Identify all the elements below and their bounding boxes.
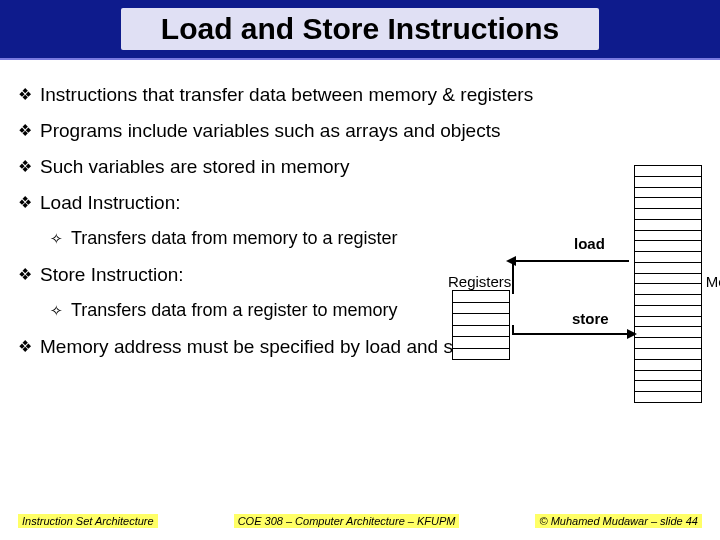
bullet-text: Instructions that transfer data between … xyxy=(40,84,533,106)
diamond-icon: ❖ xyxy=(18,120,32,142)
bullet-item: ❖ Programs include variables such as arr… xyxy=(18,120,702,142)
register-stack xyxy=(452,290,510,360)
registers-label: Registers xyxy=(448,273,511,290)
page-title: Load and Store Instructions xyxy=(121,8,599,50)
bullet-text: Such variables are stored in memory xyxy=(40,156,349,178)
diamond-icon: ❖ xyxy=(18,156,32,178)
load-arrow-icon xyxy=(514,260,629,262)
memory-register-diagram: load store Registers Memory xyxy=(452,165,702,405)
bullet-item: ❖ Instructions that transfer data betwee… xyxy=(18,84,702,106)
bullet-text: Programs include variables such as array… xyxy=(40,120,500,142)
load-label: load xyxy=(574,235,605,252)
footer: Instruction Set Architecture COE 308 – C… xyxy=(0,514,720,528)
bullet-text: Store Instruction: xyxy=(40,264,184,286)
diamond-icon: ❖ xyxy=(18,84,32,106)
title-bar: Load and Store Instructions xyxy=(0,0,720,60)
memory-label: Memory xyxy=(706,273,720,290)
diamond-outline-icon: ✧ xyxy=(50,300,63,322)
sub-bullet-text: Transfers data from memory to a register xyxy=(71,228,397,249)
diamond-icon: ❖ xyxy=(18,264,32,286)
footer-center: COE 308 – Computer Architecture – KFUPM xyxy=(234,514,460,528)
memory-stack xyxy=(634,165,702,403)
bullet-text: Load Instruction: xyxy=(40,192,180,214)
footer-left: Instruction Set Architecture xyxy=(18,514,158,528)
store-arrow-icon xyxy=(514,333,629,335)
footer-right: © Muhamed Mudawar – slide 44 xyxy=(535,514,702,528)
sub-bullet-text: Transfers data from a register to memory xyxy=(71,300,397,321)
bullet-text: Memory address must be specified by load… xyxy=(40,336,486,358)
diamond-outline-icon: ✧ xyxy=(50,228,63,250)
diamond-icon: ❖ xyxy=(18,192,32,214)
store-label: store xyxy=(572,310,609,327)
diamond-icon: ❖ xyxy=(18,336,32,358)
